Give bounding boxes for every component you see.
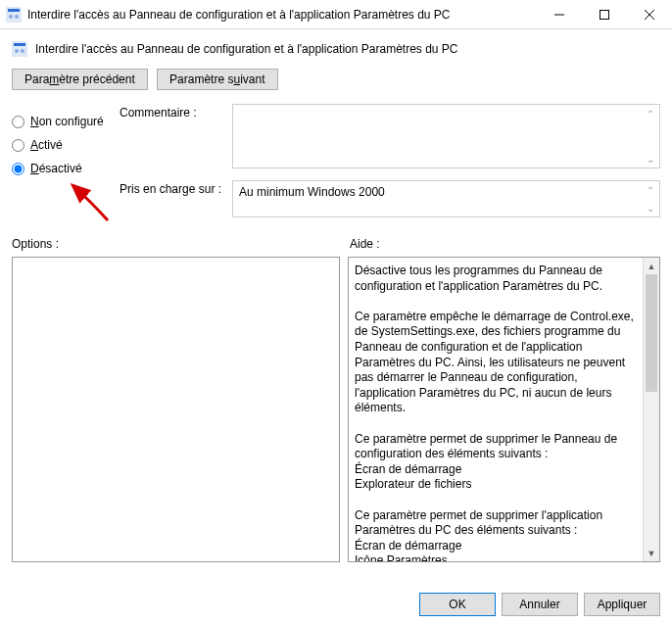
close-icon: [645, 10, 654, 20]
minimize-icon: [554, 10, 564, 20]
help-panel: Désactive tous les programmes du Panneau…: [348, 257, 660, 562]
svg-rect-1: [8, 9, 20, 12]
help-text: Désactive tous les programmes du Panneau…: [349, 258, 643, 561]
svg-rect-6: [14, 43, 25, 46]
state-not-configured[interactable]: Non configuré: [12, 110, 120, 133]
help-label: Aide :: [350, 237, 380, 251]
scroll-up-icon: ⌃: [644, 183, 657, 197]
scroll-down-icon: ⌄: [644, 152, 657, 166]
group-policy-icon: [12, 41, 27, 57]
options-panel: [12, 257, 340, 562]
window-title: Interdire l'accès au Panneau de configur…: [27, 8, 537, 22]
supported-label: Pris en charge sur :: [120, 180, 232, 217]
state-disabled[interactable]: Désactivé: [12, 157, 120, 180]
svg-point-8: [21, 49, 24, 53]
minimize-button[interactable]: [537, 0, 582, 29]
state-enabled-radio[interactable]: [12, 139, 24, 152]
state-not-configured-radio[interactable]: [12, 116, 24, 128]
comment-label: Commentaire :: [120, 104, 232, 168]
help-scrollbar[interactable]: ▲ ▼: [643, 258, 659, 561]
scroll-thumb[interactable]: [646, 274, 657, 392]
policy-title: Interdire l'accès au Panneau de configur…: [35, 42, 458, 56]
previous-setting-button[interactable]: Paramètre précédent: [12, 69, 148, 90]
state-enabled[interactable]: Activé: [12, 133, 120, 157]
svg-point-7: [15, 49, 19, 53]
options-label: Options :: [12, 237, 350, 251]
ok-button[interactable]: OK: [419, 593, 496, 616]
state-disabled-radio[interactable]: [12, 163, 24, 175]
cancel-button[interactable]: Annuler: [502, 593, 578, 616]
comment-textarea[interactable]: ⌃ ⌄: [232, 104, 660, 168]
policy-header: Interdire l'accès au Panneau de configur…: [12, 29, 660, 67]
svg-point-2: [9, 15, 13, 19]
nav-buttons: Paramètre précédent Paramètre suivant: [12, 67, 660, 98]
maximize-button[interactable]: [582, 0, 627, 29]
supported-on-box: Au minimum Windows 2000 ⌃ ⌄: [232, 180, 660, 217]
apply-button[interactable]: Appliquer: [584, 593, 660, 616]
dialog-buttons: OK Annuler Appliquer: [413, 593, 660, 616]
group-policy-icon: [6, 7, 22, 23]
supported-on-text: Au minimum Windows 2000: [239, 185, 385, 199]
next-setting-button[interactable]: Paramètre suivant: [157, 69, 277, 90]
scroll-up-icon[interactable]: ▲: [644, 258, 659, 274]
close-button[interactable]: [627, 0, 672, 29]
scroll-down-icon: ⌄: [644, 201, 657, 215]
scroll-up-icon: ⌃: [644, 107, 657, 120]
svg-rect-4: [600, 10, 609, 19]
scroll-down-icon[interactable]: ▼: [644, 545, 659, 561]
maximize-icon: [600, 10, 609, 20]
titlebar: Interdire l'accès au Panneau de configur…: [0, 0, 672, 29]
svg-point-3: [15, 15, 19, 19]
